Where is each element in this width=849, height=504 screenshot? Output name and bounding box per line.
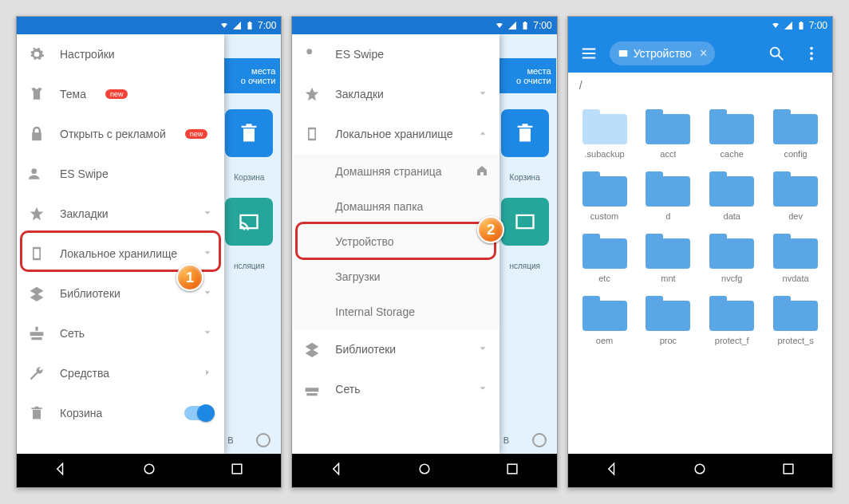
nav-home[interactable] — [141, 461, 157, 480]
window-icon — [618, 48, 629, 59]
menu-bookmarks[interactable]: Закладки — [292, 74, 500, 114]
folder-item[interactable]: protect_f — [701, 291, 762, 350]
new-badge-2: new — [185, 129, 208, 139]
nav-back[interactable] — [53, 461, 69, 480]
tile-trash-label: Корзина — [234, 173, 264, 182]
nav-back[interactable] — [329, 461, 345, 480]
menu-local-label: Локальное хранилище — [335, 128, 452, 140]
sub-home-folder[interactable]: Домашняя папка — [292, 189, 500, 224]
more-icon[interactable] — [797, 39, 826, 68]
folder-item[interactable]: data — [701, 167, 762, 226]
search-icon[interactable] — [762, 39, 791, 68]
menu-theme[interactable]: Тема new — [17, 74, 224, 114]
signal-icon — [507, 21, 517, 30]
folder-item[interactable]: oem — [575, 291, 635, 350]
chevron-down-icon — [477, 343, 488, 356]
folder-icon — [773, 234, 818, 269]
phone-icon — [303, 125, 321, 143]
tile-trash[interactable] — [225, 109, 273, 157]
signal-icon — [784, 21, 793, 30]
folder-name: custom — [590, 211, 618, 221]
folder-icon — [582, 296, 627, 331]
nav-recent[interactable] — [504, 461, 520, 480]
folder-item[interactable]: mnt — [638, 229, 698, 288]
path-bar[interactable]: / — [568, 73, 832, 98]
folder-item[interactable]: nvdata — [765, 229, 826, 288]
menu-tools[interactable]: Средства — [17, 353, 224, 393]
menu-trash-label: Корзина — [60, 407, 102, 419]
menu-network[interactable]: Сеть — [17, 313, 224, 353]
folder-item[interactable]: dev — [765, 167, 826, 226]
nav-home[interactable] — [417, 461, 432, 480]
sub-device[interactable]: Устройство — [292, 224, 500, 259]
tile-cast[interactable] — [225, 198, 273, 246]
svg-rect-10 — [784, 464, 793, 474]
menu-bookmarks[interactable]: Закладки — [17, 194, 224, 234]
chip-close-icon[interactable]: × — [697, 46, 710, 61]
folder-name: data — [724, 211, 740, 221]
sub-home-folder-label: Домашняя папка — [335, 200, 423, 213]
folder-item[interactable]: config — [765, 104, 826, 163]
menu-swipe[interactable]: ES Swipe — [292, 34, 500, 74]
folder-name: etc — [598, 274, 610, 283]
menu-ads-label: Открыть с рекламой — [60, 128, 166, 140]
sub-home-page[interactable]: Домашняя страница — [292, 154, 500, 189]
folder-icon — [646, 109, 690, 144]
radio-dot[interactable] — [256, 433, 270, 447]
folder-item[interactable]: protect_s — [765, 291, 826, 350]
lock-icon — [28, 125, 45, 143]
folder-item[interactable]: custom — [575, 167, 635, 226]
folder-item[interactable]: proc — [638, 291, 698, 350]
hamburger-icon[interactable] — [575, 39, 603, 68]
swipe-icon — [28, 165, 45, 183]
tile-cast[interactable] — [501, 198, 549, 246]
nav-home[interactable] — [692, 461, 708, 480]
sub-downloads[interactable]: Загрузки — [292, 259, 500, 294]
folder-grid: .subackupacctcacheconfigcustomddatadevet… — [568, 98, 832, 454]
trash-toggle[interactable] — [184, 406, 213, 420]
menu-libraries-label: Библиотеки — [60, 287, 120, 300]
menu-libraries[interactable]: Библиотеки — [292, 329, 500, 369]
network-icon — [28, 325, 45, 342]
folder-item[interactable]: cache — [701, 104, 762, 163]
chevron-right-icon — [202, 367, 213, 380]
nav-recent[interactable] — [780, 461, 796, 480]
chevron-up-icon — [477, 128, 488, 141]
nav-recent[interactable] — [229, 461, 245, 480]
sub-internal[interactable]: Internal Storage — [292, 294, 500, 329]
menu-bookmarks-label: Закладки — [60, 207, 109, 220]
chevron-down-icon — [477, 383, 488, 396]
menu-ads[interactable]: Открыть с рекламой new — [17, 114, 224, 154]
folder-icon — [773, 109, 818, 144]
path-chip[interactable]: Устройство × — [610, 41, 716, 65]
tile-trash[interactable] — [501, 109, 549, 157]
swipe-icon — [303, 45, 321, 63]
menu-network[interactable]: Сеть — [292, 369, 500, 409]
wifi-icon — [219, 21, 229, 30]
chevron-down-icon — [202, 207, 213, 221]
svg-point-5 — [771, 48, 780, 57]
folder-item[interactable]: nvcfg — [701, 229, 762, 288]
menu-settings[interactable]: Настройки — [17, 34, 224, 74]
new-badge: new — [105, 89, 128, 99]
nav-bar — [568, 454, 832, 487]
folder-name: acct — [660, 149, 676, 159]
folder-item[interactable]: etc — [575, 229, 635, 288]
radio-dot[interactable] — [532, 433, 547, 447]
folder-item[interactable]: .subackup — [575, 104, 635, 163]
star-icon — [28, 205, 45, 222]
phone-2: 7:00 места о очисти Корзина нсляция В ES… — [291, 16, 557, 488]
folder-item[interactable]: d — [638, 167, 698, 226]
body-area: / .subackupacctcacheconfigcustomddatadev… — [568, 73, 832, 454]
folder-item[interactable]: acct — [638, 104, 698, 163]
menu-swipe[interactable]: ES Swipe — [17, 154, 224, 194]
folder-name: nvdata — [783, 274, 809, 283]
folder-icon — [646, 234, 690, 269]
folder-icon — [709, 171, 754, 207]
menu-local-storage[interactable]: Локальное хранилище — [292, 114, 500, 154]
nav-back[interactable] — [604, 461, 620, 480]
chip-label: Устройство — [634, 47, 692, 60]
status-bar: 7:00 — [568, 17, 832, 34]
signal-icon — [232, 21, 242, 30]
menu-trash[interactable]: Корзина — [17, 393, 224, 433]
